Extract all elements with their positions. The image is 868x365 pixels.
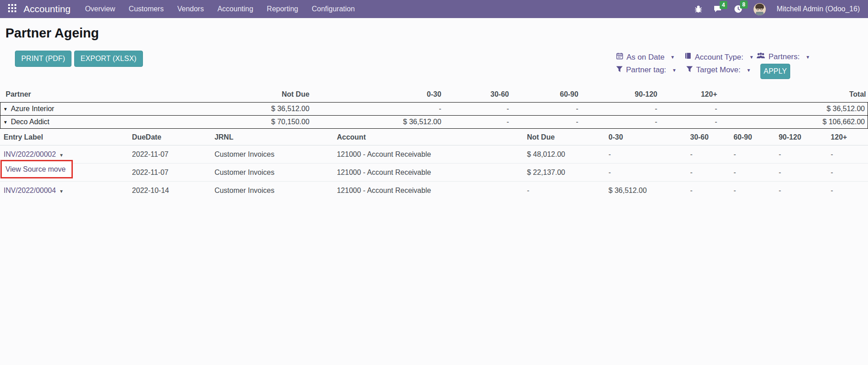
amount-cell: - — [511, 116, 580, 129]
col-total: Total — [719, 88, 868, 103]
menu-customers[interactable]: Customers — [129, 3, 164, 15]
col-duedate: DueDate — [130, 129, 213, 145]
partner-name: Azure Interior — [11, 105, 54, 112]
amount-cell: - — [732, 145, 777, 164]
page-title: Partner Ageing — [5, 26, 868, 41]
filter-target-move-label: Target Move: — [696, 66, 740, 75]
amount-cell: - — [580, 103, 659, 116]
amount-cell: - — [732, 182, 777, 200]
partner-cell[interactable]: Azure Interior — [0, 103, 183, 116]
duedate-cell: 2022-11-07 — [130, 164, 213, 182]
entry-lines-section: Entry Label DueDate JRNL Account Not Due… — [0, 129, 868, 199]
menu-configuration[interactable]: Configuration — [312, 3, 355, 15]
amount-cell: - — [777, 182, 829, 200]
duedate-cell: 2022-11-07 — [130, 145, 213, 164]
account-cell: 121000 - Account Receivable — [335, 145, 525, 164]
filter-account-type[interactable]: Account Type: ▼ — [685, 52, 754, 62]
col-0-30: 0-30 — [311, 88, 443, 103]
col-120plus: 120+ — [829, 129, 868, 145]
book-icon — [685, 52, 692, 62]
entry-row: INV/2022/00002▼ 2022-11-07 Customer Invo… — [0, 145, 868, 164]
jrnl-cell: Customer Invoices — [213, 182, 335, 200]
entry-lines-table: Entry Label DueDate JRNL Account Not Due… — [0, 129, 868, 199]
activities-clock-icon[interactable]: 8 — [734, 5, 743, 14]
total-cell: $ 106,662.00 — [719, 116, 868, 129]
account-cell: 121000 - Account Receivable — [335, 164, 525, 182]
amount-cell: - — [511, 103, 580, 116]
col-account: Account — [335, 129, 525, 145]
partner-cell[interactable]: Deco Addict — [0, 116, 183, 129]
col-30-60: 30-60 — [443, 88, 511, 103]
col-entry-label: Entry Label — [0, 129, 130, 145]
amount-cell: $ 36,512.00 — [607, 182, 688, 200]
account-cell: 121000 - Account Receivable — [335, 182, 525, 200]
col-0-30: 0-30 — [607, 129, 688, 145]
menu-accounting[interactable]: Accounting — [218, 3, 253, 15]
amount-cell: - — [311, 103, 443, 116]
col-60-90: 60-90 — [732, 129, 777, 145]
partner-summary-table: Partner Not Due 0-30 30-60 60-90 90-120 … — [0, 88, 868, 129]
entry-link-inv-00002[interactable]: INV/2022/00002 — [4, 150, 56, 158]
entry-row: 2022-11-07 Customer Invoices 121000 - Ac… — [0, 164, 868, 182]
amount-cell: - — [777, 164, 829, 182]
amount-cell: - — [659, 116, 719, 129]
total-cell: $ 36,512.00 — [719, 103, 868, 116]
col-jrnl: JRNL — [213, 129, 335, 145]
view-source-move-menu-item[interactable]: View Source move — [0, 160, 73, 178]
amount-cell: - — [732, 164, 777, 182]
amount-cell: - — [829, 145, 868, 164]
main-menu: Overview Customers Vendors Accounting Re… — [85, 3, 355, 15]
jrnl-cell: Customer Invoices — [213, 164, 335, 182]
amount-cell: $ 36,512.00 — [311, 116, 443, 129]
caret-down-icon[interactable]: ▼ — [59, 189, 64, 194]
user-name[interactable]: Mitchell Admin (Odoo_16) — [777, 5, 860, 13]
user-avatar[interactable] — [754, 3, 766, 15]
amount-cell: - — [829, 182, 868, 200]
entry-header-row: Entry Label DueDate JRNL Account Not Due… — [0, 129, 868, 145]
export-xlsx-button[interactable]: EXPORT (XLSX) — [74, 51, 143, 67]
partner-row-deco-addict: Deco Addict $ 70,150.00 $ 36,512.00 - - … — [0, 116, 868, 129]
apply-button[interactable]: APPLY — [760, 64, 790, 79]
col-partner: Partner — [0, 88, 183, 103]
calendar-icon — [616, 52, 623, 62]
amount-cell: - — [688, 145, 732, 164]
caret-down-icon: ▼ — [746, 68, 751, 73]
topbar-right-cluster: 4 8 Mitchell Admin (Odoo_16) — [694, 3, 860, 15]
caret-down-icon — [3, 105, 11, 112]
apps-menu-button[interactable] — [8, 4, 16, 14]
summary-header-row: Partner Not Due 0-30 30-60 60-90 90-120 … — [0, 88, 868, 103]
filter-as-on-date[interactable]: As on Date ▼ — [616, 52, 675, 62]
entry-link-inv-00004[interactable]: INV/2022/00004 — [4, 187, 56, 194]
amount-cell: $ 36,512.00 — [182, 103, 311, 116]
filter-account-type-label: Account Type: — [695, 53, 743, 62]
filter-partners-label: Partners: — [768, 52, 800, 61]
messages-icon[interactable]: 4 — [713, 5, 723, 14]
bug-icon[interactable] — [694, 5, 702, 13]
amount-cell: - — [607, 145, 688, 164]
caret-down-icon[interactable]: ▼ — [59, 153, 64, 158]
partner-row-azure-interior: Azure Interior $ 36,512.00 - - - - - $ 3… — [0, 103, 868, 116]
caret-down-icon: ▼ — [749, 55, 754, 60]
amount-cell: - — [443, 103, 511, 116]
menu-vendors[interactable]: Vendors — [177, 3, 204, 15]
menu-reporting[interactable]: Reporting — [267, 3, 298, 15]
amount-cell: - — [525, 182, 607, 200]
menu-overview[interactable]: Overview — [85, 3, 115, 15]
amount-cell: - — [688, 182, 732, 200]
messages-badge: 4 — [720, 1, 727, 9]
filter-partners[interactable]: Partners: ▼ — [756, 52, 810, 61]
col-not-due: Not Due — [525, 129, 607, 145]
caret-down-icon: ▼ — [672, 68, 677, 73]
current-app-name[interactable]: Accounting — [24, 4, 71, 14]
amount-cell: $ 48,012.00 — [525, 145, 607, 164]
filter-target-move[interactable]: Target Move: ▼ — [686, 66, 751, 75]
jrnl-cell: Customer Invoices — [213, 145, 335, 164]
col-90-120: 90-120 — [777, 129, 829, 145]
col-60-90: 60-90 — [511, 88, 580, 103]
print-pdf-button[interactable]: PRINT (PDF) — [15, 51, 71, 67]
funnel-icon — [616, 66, 623, 75]
top-navbar: Accounting Overview Customers Vendors Ac… — [0, 0, 868, 18]
col-120plus: 120+ — [659, 88, 719, 103]
amount-cell: - — [829, 164, 868, 182]
filter-partner-tag[interactable]: Partner tag: ▼ — [616, 66, 677, 75]
